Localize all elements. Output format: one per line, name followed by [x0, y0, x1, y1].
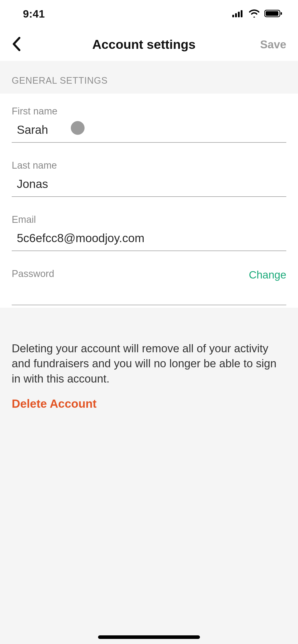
- wifi-icon: [249, 9, 260, 19]
- svg-rect-3: [241, 10, 242, 17]
- first-name-input[interactable]: [12, 123, 286, 142]
- first-name-field: First name: [12, 101, 286, 143]
- status-bar: 9:41: [0, 0, 298, 28]
- home-indicator[interactable]: [98, 635, 200, 639]
- cellular-icon: [232, 10, 244, 18]
- last-name-field: Last name: [12, 155, 286, 197]
- battery-icon: [264, 9, 283, 19]
- first-name-label: First name: [12, 106, 286, 117]
- svg-rect-0: [232, 15, 234, 17]
- svg-rect-6: [281, 12, 282, 15]
- password-input[interactable]: [12, 285, 286, 305]
- status-time: 9:41: [23, 8, 45, 20]
- nav-bar: Account settings Save: [0, 28, 298, 61]
- email-label: Email: [12, 214, 286, 225]
- status-icons: [232, 9, 283, 19]
- svg-rect-5: [266, 11, 278, 16]
- last-name-input[interactable]: [12, 177, 286, 196]
- general-settings-form: First name Last name Email Password Chan…: [0, 94, 298, 308]
- password-field: Password Change: [12, 263, 286, 305]
- chevron-left-icon: [12, 37, 21, 52]
- svg-rect-2: [238, 12, 240, 17]
- delete-account-section: Deleting your account will remove all of…: [0, 308, 298, 411]
- change-password-link[interactable]: Change: [249, 269, 286, 281]
- section-header-general: GENERAL SETTINGS: [0, 61, 298, 94]
- svg-rect-1: [235, 13, 237, 17]
- password-label: Password: [12, 268, 54, 279]
- delete-account-description: Deleting your account will remove all of…: [12, 341, 286, 386]
- last-name-label: Last name: [12, 160, 286, 171]
- page-title: Account settings: [42, 37, 246, 52]
- back-button[interactable]: [12, 37, 42, 52]
- delete-account-button[interactable]: Delete Account: [12, 397, 97, 410]
- save-button[interactable]: Save: [260, 38, 286, 51]
- email-input[interactable]: [12, 231, 286, 251]
- email-field: Email: [12, 209, 286, 251]
